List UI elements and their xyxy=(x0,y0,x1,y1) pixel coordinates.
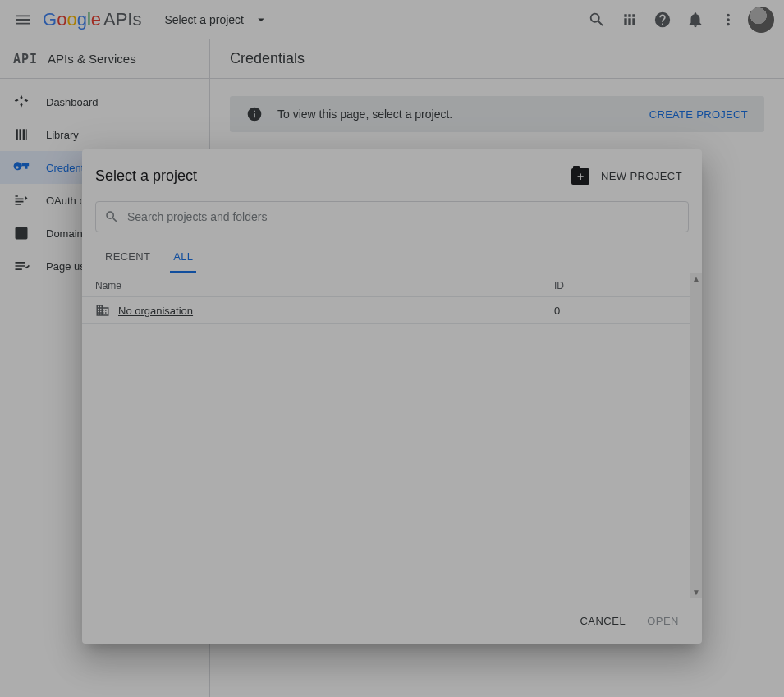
modal-overlay[interactable] xyxy=(0,0,784,697)
